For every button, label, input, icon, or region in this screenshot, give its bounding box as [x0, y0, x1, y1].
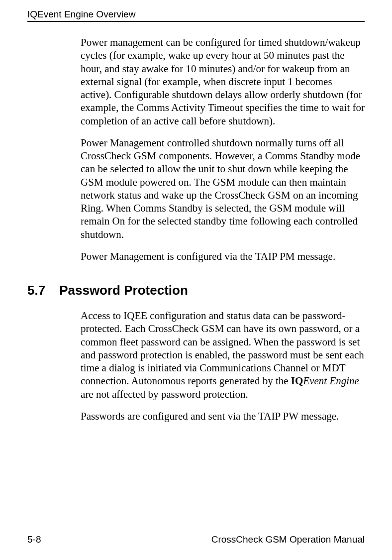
- page-number: 5-8: [27, 534, 41, 545]
- section-heading-password: 5.7Password Protection: [27, 283, 365, 298]
- paragraph-power-mgmt-shutdown: Power Management controlled shutdown nor…: [81, 136, 365, 241]
- text-fragment: are not affected by password protection.: [81, 388, 248, 400]
- page-header-title: IQEvent Engine Overview: [27, 9, 365, 20]
- page-footer: 5-8 CrossCheck GSM Operation Manual: [27, 534, 365, 545]
- iq-bold: IQ: [291, 375, 303, 387]
- header-rule: [27, 21, 365, 22]
- manual-title: CrossCheck GSM Operation Manual: [211, 534, 365, 545]
- section-number: 5.7: [27, 283, 45, 298]
- paragraph-password-access: Access to IQEE configuration and status …: [81, 309, 365, 401]
- event-engine-italic: Event Engine: [303, 375, 359, 387]
- section-title: Password Protection: [59, 283, 188, 298]
- paragraph-password-taip: Passwords are configured and sent via th…: [81, 410, 365, 423]
- paragraph-power-mgmt-taip: Power Management is configured via the T…: [81, 250, 365, 263]
- paragraph-power-mgmt-config: Power management can be configured for t…: [81, 36, 365, 127]
